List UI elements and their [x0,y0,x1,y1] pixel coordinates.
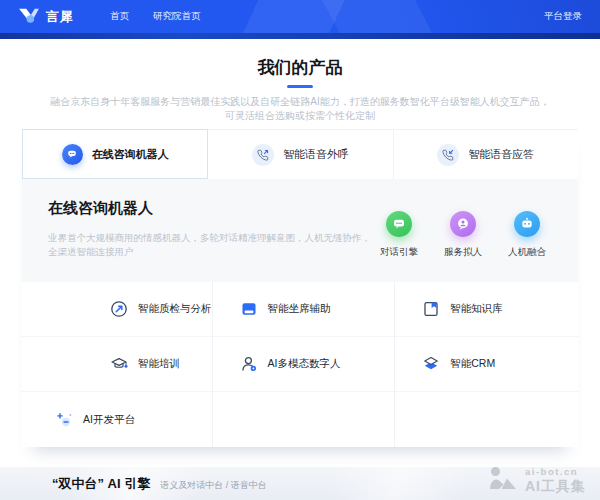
digital-human-icon [240,355,258,373]
watermark-domain: ai-bot.cn [525,467,586,477]
product-agent-assist[interactable]: 智能坐席辅助 [213,282,396,337]
feature-label: 对话引擎 [372,246,426,259]
paw-logo-icon [488,465,518,495]
product-label: AI多模态数字人 [268,357,341,371]
product-label: 智能质检与分析 [138,302,212,316]
panel-description: 业界首个大规模商用的情感机器人，多轮对话精准理解意图，人机无缝协作，全渠道智能连… [48,231,372,259]
top-navbar: 言犀 首页 研究院首页 平台登录 [0,0,600,33]
product-label: AI开发平台 [83,413,135,427]
feature-label: 服务拟人 [436,246,490,259]
feature-label: 人机融合 [500,246,554,259]
product-digital-human[interactable]: AI多模态数字人 [213,337,396,392]
product-knowledge-base[interactable]: 智能知识库 [395,282,578,337]
feature-human-machine: 人机融合 [500,211,554,282]
ai-platform-icon [55,411,73,429]
phone-incoming-icon [437,144,459,166]
nav-link-research[interactable]: 研究院首页 [153,10,201,23]
product-ai-platform[interactable]: AI开发平台 [22,392,213,447]
grid-empty-cell [395,392,578,447]
tab-label: 智能语音应答 [468,147,534,162]
dual-platform-title: “双中台” AI 引擎 [52,475,150,493]
section-description: 融合京东自身十年客服服务与营销最佳实践以及自研全链路AI能力，打造的服务数智化平… [50,95,550,123]
title-underline [287,85,313,88]
product-label: 智能坐席辅助 [268,302,331,316]
knowledge-base-icon [422,300,440,318]
phone-outgoing-icon [252,144,274,166]
brand-logo[interactable]: 言犀 [18,6,74,28]
nav-links: 首页 研究院首页 [110,10,201,23]
panel-title: 在线咨询机器人 [48,199,372,218]
yanxi-logo-icon [18,6,40,28]
quality-inspection-icon [110,300,128,318]
chat-bubble-icon [62,144,83,165]
product-quality-inspection[interactable]: 智能质检与分析 [22,282,213,337]
dual-platform-subtitle: 语义及对话中台 / 语音中台 [160,479,267,492]
nav-link-home[interactable]: 首页 [110,10,129,23]
tab-voice-outbound[interactable]: 智能语音外呼 [208,130,393,179]
feature-service-persona: 服务拟人 [436,211,490,282]
product-grid: 智能质检与分析 智能坐席辅助 智能知识库 智能培训 [22,282,578,447]
product-tabs: 在线咨询机器人 智能语音外呼 智能语音应答 [22,129,578,179]
product-label: 智能培训 [138,357,180,371]
feature-dialog-engine: 对话引擎 [372,211,426,282]
banner-bottom-strip [0,33,600,39]
feature-list: 对话引擎 服务拟人 [372,199,554,282]
grid-empty-cell [213,392,396,447]
agent-assist-icon [240,300,258,318]
product-label: 智能CRM [450,357,495,371]
service-persona-icon [450,211,476,237]
training-icon [110,355,128,373]
watermark-name: AI工具集 [525,479,586,493]
ai-bot-watermark: ai-bot.cn AI工具集 [488,465,586,495]
tab-voice-answer[interactable]: 智能语音应答 [394,130,578,179]
human-machine-icon [514,211,540,237]
tab-label: 在线咨询机器人 [92,147,169,162]
tab-detail-panel: 在线咨询机器人 业界首个大规模商用的情感机器人，多轮对话精准理解意图，人机无缝协… [22,179,578,282]
product-label: 智能知识库 [450,302,503,316]
tab-label: 智能语音外呼 [283,147,349,162]
brand-name: 言犀 [46,8,74,26]
tab-online-robot[interactable]: 在线咨询机器人 [22,129,208,179]
crm-icon [422,355,440,373]
platform-login-link[interactable]: 平台登录 [544,10,582,23]
section-title: 我们的产品 [0,57,600,79]
product-training[interactable]: 智能培训 [22,337,213,392]
dialog-engine-icon [386,211,412,237]
products-container: 在线咨询机器人 智能语音外呼 智能语音应答 在线咨询机器人 [22,129,578,447]
product-crm[interactable]: 智能CRM [395,337,578,392]
